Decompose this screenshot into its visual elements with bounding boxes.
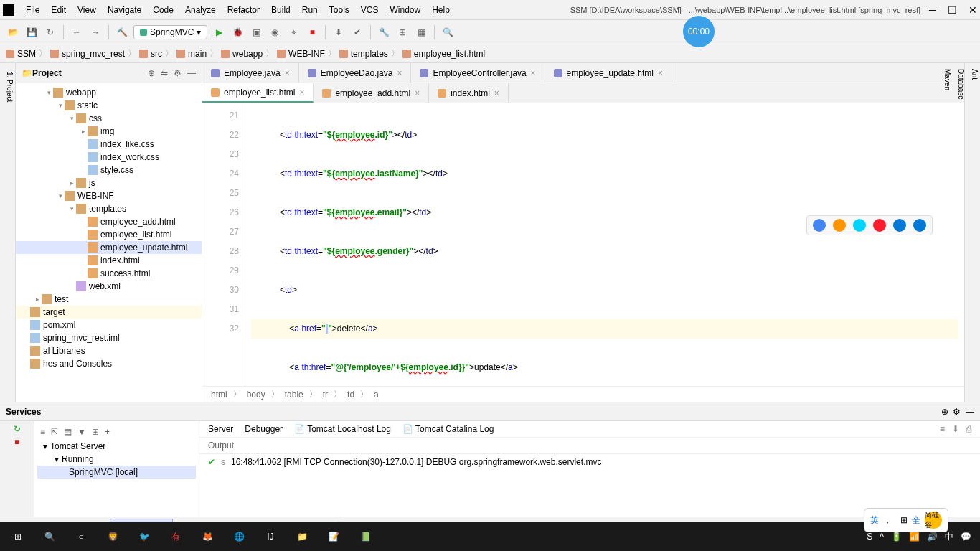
menu-build[interactable]: Build: [265, 4, 296, 17]
breadcrumb-item[interactable]: main: [176, 49, 207, 59]
ide-icon[interactable]: ▦: [414, 25, 428, 39]
tree-item[interactable]: employee_list.html: [16, 228, 202, 241]
editor-tab[interactable]: EmployeeController.java×: [411, 63, 545, 83]
search-icon[interactable]: 🔍: [440, 25, 455, 39]
server-tab[interactable]: Server: [208, 424, 233, 434]
close-tab-icon[interactable]: ×: [415, 88, 420, 98]
cortana-button[interactable]: ○: [66, 524, 96, 550]
services-tree[interactable]: ≡ ⇱ ▤ ▼ ⊞ + ▾ Tomcat Server▾ Running Spr…: [34, 421, 199, 517]
vcs-commit-icon[interactable]: ✔: [350, 25, 364, 39]
output-console[interactable]: ✔ s 16:48:41.062 [RMI TCP Connection(30)…: [199, 454, 980, 517]
back-icon[interactable]: ←: [70, 25, 84, 39]
chrome-icon[interactable]: [813, 219, 826, 232]
tree-item[interactable]: index.html: [16, 254, 202, 267]
breadcrumb-item[interactable]: SSM: [6, 49, 36, 59]
close-tab-icon[interactable]: ×: [494, 88, 499, 98]
tray-icon[interactable]: S: [867, 532, 872, 542]
tree-item[interactable]: ▸img: [16, 125, 202, 138]
run-config-selector[interactable]: SpringMVC ▾: [133, 25, 207, 39]
tree-item[interactable]: employee_add.html: [16, 215, 202, 228]
service-tree-item[interactable]: ▾ Tomcat Server: [37, 440, 196, 453]
opera-icon[interactable]: [873, 219, 886, 232]
menu-file[interactable]: File: [20, 4, 45, 17]
code-editor[interactable]: 212223242526272829303132 <td th:text="${…: [202, 103, 964, 386]
add-icon[interactable]: +: [105, 427, 110, 437]
tree-item[interactable]: index_like.css: [16, 138, 202, 151]
close-tab-icon[interactable]: ×: [658, 68, 663, 78]
close-tab-icon[interactable]: ×: [299, 88, 304, 98]
tree-item[interactable]: ▾WEB-INF: [16, 189, 202, 202]
menu-help[interactable]: Help: [426, 4, 456, 17]
tree-item[interactable]: index_work.css: [16, 151, 202, 164]
close-tab-icon[interactable]: ×: [285, 68, 290, 78]
app-icon[interactable]: 🦁: [98, 524, 128, 550]
crumb[interactable]: a: [374, 390, 379, 400]
crumb[interactable]: html: [211, 390, 227, 400]
editor-tab[interactable]: employee_list.html×: [202, 83, 314, 103]
breadcrumb-item[interactable]: src: [139, 49, 162, 59]
wifi-icon[interactable]: 📶: [909, 532, 920, 542]
tree-item[interactable]: web.xml: [16, 280, 202, 293]
app-icon[interactable]: 📗: [350, 524, 380, 550]
run-icon[interactable]: ▶: [212, 25, 226, 39]
editor-tab[interactable]: EmployeeDao.java×: [299, 63, 412, 83]
tree-item[interactable]: style.css: [16, 164, 202, 176]
attach-icon[interactable]: ⌖: [286, 25, 301, 39]
menu-analyze[interactable]: Analyze: [179, 4, 222, 17]
menu-tools[interactable]: Tools: [324, 4, 355, 17]
vcs-update-icon[interactable]: ⬇: [331, 25, 346, 39]
close-tab-icon[interactable]: ×: [531, 68, 536, 78]
group-icon[interactable]: ⊞: [92, 427, 99, 437]
print-icon[interactable]: ⎙: [966, 424, 971, 434]
breadcrumb-item[interactable]: WEB-INF: [277, 49, 325, 59]
menu-refactor[interactable]: Refactor: [222, 4, 265, 17]
breadcrumb-item[interactable]: templates: [339, 49, 388, 59]
menu-run[interactable]: Run: [296, 4, 324, 17]
scroll-icon[interactable]: ⬇: [952, 424, 959, 434]
tree-item[interactable]: target: [16, 306, 202, 319]
editor-tab[interactable]: employee_add.html×: [314, 83, 429, 103]
ime-widget[interactable]: 英， ⊞全 尚硅谷: [864, 508, 948, 532]
menu-view[interactable]: View: [72, 4, 102, 17]
sync-icon[interactable]: ↻: [43, 25, 57, 39]
stop-icon[interactable]: ■: [305, 25, 319, 39]
system-tray[interactable]: S ^ 🔋 📶 🔊 中 💬: [867, 531, 977, 543]
explorer-icon[interactable]: 📁: [287, 524, 317, 550]
gear-icon[interactable]: ⚙: [953, 407, 961, 417]
build-icon[interactable]: 🔨: [115, 25, 129, 39]
target-icon[interactable]: ⊕: [148, 68, 155, 78]
close-button[interactable]: ✕: [969, 4, 977, 16]
ant-tool-button[interactable]: Ant: [971, 69, 979, 396]
maximize-button[interactable]: ☐: [948, 4, 957, 16]
open-icon[interactable]: 📂: [6, 25, 20, 39]
editor-tab[interactable]: index.html×: [429, 83, 509, 103]
hide-icon[interactable]: —: [187, 68, 196, 78]
service-tree-item[interactable]: SpringMVC [local]: [37, 466, 196, 479]
project-tree[interactable]: ▾webapp▾static▾css▸imgindex_like.cssinde…: [16, 83, 202, 402]
volume-icon[interactable]: 🔊: [927, 532, 938, 542]
battery-icon[interactable]: 🔋: [891, 532, 902, 542]
service-tree-item[interactable]: ▾ Running: [37, 453, 196, 466]
menu-window[interactable]: Window: [384, 4, 426, 17]
safari-icon[interactable]: [853, 219, 866, 232]
breadcrumb-item[interactable]: webapp: [221, 49, 263, 59]
tree-item[interactable]: ▾webapp: [16, 86, 202, 99]
minimize-button[interactable]: ─: [929, 4, 936, 16]
debugger-tab[interactable]: Debugger: [245, 424, 283, 434]
breadcrumb-item[interactable]: employee_list.html: [402, 49, 485, 59]
tree-item[interactable]: ▾static: [16, 99, 202, 112]
editor-tab[interactable]: employee_update.html×: [545, 63, 672, 83]
firefox-icon[interactable]: 🦊: [192, 524, 222, 550]
breadcrumb-item[interactable]: spring_mvc_rest: [50, 49, 125, 59]
crumb[interactable]: table: [285, 390, 303, 400]
catalina-log-tab[interactable]: 📄 Tomcat Catalina Log: [402, 424, 494, 434]
filter2-icon[interactable]: ▼: [77, 427, 86, 437]
stop-icon[interactable]: ■: [14, 437, 19, 447]
chrome-icon[interactable]: 🌐: [224, 524, 254, 550]
menu-vcs[interactable]: VCS: [355, 4, 385, 17]
crumb[interactable]: body: [247, 390, 265, 400]
search-button[interactable]: 🔍: [34, 524, 65, 550]
crumb[interactable]: td: [347, 390, 354, 400]
gear-icon[interactable]: ⚙: [174, 68, 182, 78]
tree-item[interactable]: ▸test: [16, 293, 202, 306]
